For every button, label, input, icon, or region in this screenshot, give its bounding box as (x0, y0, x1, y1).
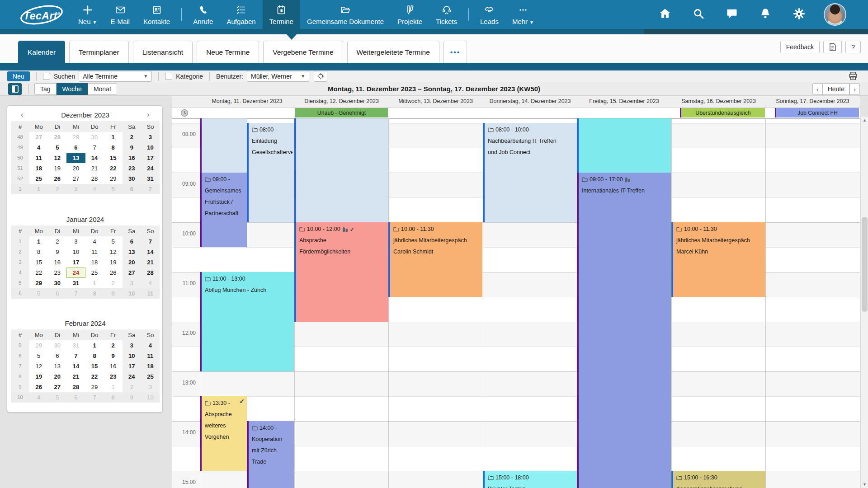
mini-calendar-day[interactable]: 7 (66, 351, 85, 361)
mini-calendar-day[interactable]: 6 (66, 392, 85, 403)
mini-calendar-day[interactable]: 30 (48, 340, 66, 351)
mini-calendar-day[interactable]: 31 (66, 340, 85, 351)
mini-calendar-day[interactable]: 5 (104, 236, 123, 247)
mini-calendar-day[interactable]: 1 (85, 278, 104, 288)
mini-calendar-day[interactable]: 19 (104, 257, 123, 267)
mini-calendar-day[interactable]: 21 (66, 371, 85, 382)
allday-event-job-connect-fh[interactable]: Job Connect FH (775, 108, 859, 117)
mini-calendar-day[interactable]: 11 (29, 153, 48, 163)
mini-calendar-day[interactable]: 5 (104, 184, 123, 194)
appointment-filter-select[interactable]: Alle Termine▼ (79, 71, 152, 82)
event-sa-1500[interactable]: 15:00 - 16:30Kooperationsbesprechung (671, 471, 765, 488)
mini-calendar-day[interactable]: 14 (141, 247, 160, 257)
mini-calendar-day[interactable]: 1 (85, 340, 104, 351)
document-button[interactable] (823, 41, 842, 53)
mini-calendar-day[interactable]: 29 (29, 340, 48, 351)
event-mo-0900[interactable]: 09:00 -GemeinsamesFrühstück /Partnerscha… (200, 173, 247, 247)
nav-item-anrufe[interactable]: Anrufe (186, 0, 220, 29)
mini-calendar-day[interactable]: 8 (104, 392, 123, 403)
event-do-1500[interactable]: 15:00 - 18:00Privater Termin (483, 471, 577, 488)
mini-calendar-day[interactable]: 14 (66, 361, 85, 371)
event-mo-1100[interactable]: 11:00 - 13:00Abflug München - Zürich (200, 272, 294, 371)
mini-calendar-day[interactable]: 6 (48, 288, 66, 299)
allday-event-urlaub-genehmigt[interactable]: Urlaub - Genehmigt (295, 108, 388, 117)
mini-calendar-day[interactable]: 23 (104, 371, 123, 382)
mini-calendar-day[interactable]: 15 (85, 361, 104, 371)
mini-calendar-day[interactable]: 13 (66, 153, 85, 163)
prev-month-icon[interactable]: ‹ (17, 110, 27, 119)
mini-calendar-day[interactable]: 21 (85, 163, 104, 174)
mini-calendar-day[interactable]: 1 (104, 132, 123, 142)
mini-calendar-day[interactable]: 29 (85, 382, 104, 392)
vertical-scrollbar[interactable]: ▲ ▼ (860, 117, 868, 488)
mini-calendar-day[interactable]: 6 (48, 351, 66, 361)
mini-calendar-day[interactable]: 31 (141, 174, 160, 184)
mini-calendar-day[interactable]: 18 (141, 361, 160, 371)
nav-item-neu[interactable]: Neu▼ (71, 0, 104, 29)
mini-calendar-day[interactable]: 2 (48, 184, 66, 194)
tab-terminplaner[interactable]: Terminplaner (69, 41, 129, 63)
mini-calendar-day[interactable]: 3 (123, 340, 141, 351)
user-avatar[interactable] (825, 4, 845, 25)
mini-calendar-day[interactable]: 10 (66, 247, 85, 257)
mini-calendar-day[interactable]: 23 (48, 267, 66, 278)
nav-item-aufgaben[interactable]: Aufgaben (220, 0, 262, 29)
nav-item-gemeinsame-dokumente[interactable]: Gemeinsame Dokumente (300, 0, 391, 29)
mini-calendar-day[interactable]: 27 (48, 382, 66, 392)
event-mo-1400[interactable]: 14:00 -Kooperationmit ZürichTrade (247, 421, 294, 488)
mini-calendar-day[interactable]: 29 (66, 132, 85, 142)
mini-calendar-day[interactable]: 25 (85, 267, 104, 278)
prev-week-button[interactable]: ‹ (812, 83, 823, 95)
event-fr-0900[interactable]: 09:00 - 17:00Internationales IT-Treffen (577, 173, 671, 488)
sidebar-toggle-button[interactable] (8, 83, 22, 95)
mini-calendar-day[interactable]: 4 (29, 142, 48, 153)
mini-calendar-day[interactable]: 26 (48, 174, 66, 184)
locate-user-button[interactable] (314, 71, 327, 82)
tab-kalender[interactable]: Kalender (18, 41, 65, 63)
mini-calendar-day[interactable]: 9 (104, 288, 123, 299)
mini-calendar-day[interactable]: 27 (66, 174, 85, 184)
mini-calendar-day[interactable]: 2 (48, 236, 66, 247)
mini-calendar-day[interactable]: 3 (66, 236, 85, 247)
mini-calendar-day[interactable]: 30 (48, 278, 66, 288)
mini-calendar-day[interactable]: 12 (104, 247, 123, 257)
mini-calendar-day[interactable]: 14 (85, 153, 104, 163)
event-di-1000[interactable]: 10:00 - 12:00✓AbspracheFördermöglichkeit… (294, 222, 388, 322)
scrollbar-thumb[interactable] (862, 217, 868, 312)
notifications-button[interactable] (758, 7, 773, 22)
mini-calendar-day[interactable]: 22 (104, 163, 123, 174)
mini-calendar-day[interactable]: 13 (123, 247, 141, 257)
mini-calendar-day[interactable]: 19 (29, 371, 48, 382)
mini-calendar-day[interactable]: 10 (141, 142, 160, 153)
user-select[interactable]: Müller, Werner▼ (247, 71, 309, 82)
mini-calendar-day[interactable]: 5 (48, 142, 66, 153)
nav-item-termine[interactable]: Termine (263, 0, 300, 29)
allday-event-ueberstundenausgleich[interactable]: Überstundenausgleich (680, 108, 765, 117)
mini-calendar-day[interactable]: 8 (29, 247, 48, 257)
tab-weitergeleitete-termine[interactable]: Weitergeleitete Termine (347, 41, 439, 63)
mini-calendar-day[interactable]: 21 (141, 257, 160, 267)
mini-calendar-day[interactable]: 6 (123, 236, 141, 247)
mini-calendar-day[interactable]: 16 (104, 361, 123, 371)
view-button-monat[interactable]: Monat (88, 83, 117, 95)
mini-calendar-day[interactable]: 11 (85, 247, 104, 257)
mini-calendar-day[interactable]: 7 (85, 142, 104, 153)
mini-calendar-day[interactable]: 11 (141, 351, 160, 361)
mini-calendar-day[interactable]: 4 (141, 278, 160, 288)
mini-calendar-day[interactable]: 29 (29, 278, 48, 288)
mini-calendar-day[interactable]: 26 (104, 267, 123, 278)
tab-neue-termine[interactable]: Neue Termine (197, 41, 259, 63)
category-checkbox[interactable] (165, 73, 172, 80)
mini-calendar-day[interactable]: 16 (48, 257, 66, 267)
mini-calendar-day[interactable]: 28 (85, 174, 104, 184)
mini-calendar-day[interactable]: 2 (123, 132, 141, 142)
next-week-button[interactable]: › (849, 83, 860, 95)
mini-calendar-day[interactable]: 28 (48, 132, 66, 142)
mini-calendar-day[interactable]: 3 (141, 132, 160, 142)
mini-calendar-day[interactable]: 25 (141, 371, 160, 382)
mini-calendar-day[interactable]: 29 (104, 174, 123, 184)
mini-calendar-day[interactable]: 17 (123, 361, 141, 371)
mini-calendar-day[interactable]: 3 (141, 382, 160, 392)
scroll-down-icon[interactable]: ▼ (861, 481, 868, 488)
mini-calendar-day[interactable]: 18 (85, 257, 104, 267)
